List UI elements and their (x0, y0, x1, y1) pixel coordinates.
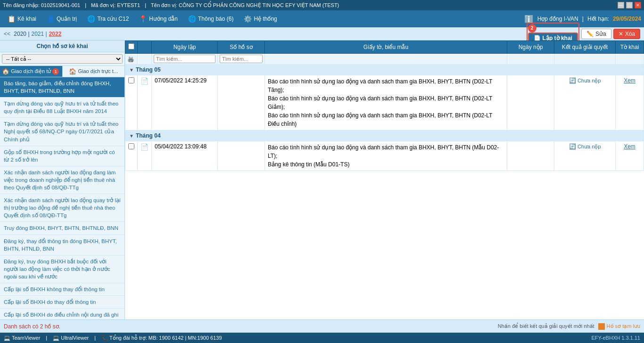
month-triangle: ▼ (129, 133, 134, 139)
table-row: 📄05/04/2022 13:09:48Báo cáo tình hình sử… (125, 141, 644, 171)
sidebar-item-0[interactable]: Báo tăng, báo giảm, điều chỉnh đóng BHXH… (0, 77, 124, 98)
footer-left: 💻 TeamViewer | 💻 UltralViewer | 📞 Tổng đ… (4, 335, 222, 341)
expiry-date: 29/05/2024 (613, 16, 641, 22)
sua-label: Sửa (595, 31, 606, 37)
badge-2: 2 (528, 24, 537, 33)
sidebar-title: Chọn hồ sơ kê khai (0, 41, 124, 52)
tra-cuu-icon: 🌐 (87, 15, 95, 23)
row-checkbox[interactable] (128, 77, 134, 83)
nav-thong-bao-label: Thông báo (6) (198, 16, 233, 22)
nav-item-thong-bao[interactable]: 🌐 Thông báo (6) (183, 13, 238, 24)
sua-button[interactable]: ✏️ Sửa (581, 29, 611, 39)
cell-ngay-nop (507, 141, 554, 171)
footer-right: EFY-eBHXH 1.3.1.11 (591, 335, 640, 341)
sidebar-item-11[interactable]: Cấp lại số BHXH do điều chỉnh nội dung đ… (0, 309, 124, 319)
quan-tri-icon: 👤 (47, 15, 55, 23)
window-controls: — □ ✕ (618, 2, 641, 8)
row-icon: 📄 (140, 143, 149, 151)
version-label: EFY-eBHXH 1.3.1.11 (591, 335, 640, 341)
ultralviewer-label: UltralViewer (61, 335, 89, 341)
search-ngay-lap-input[interactable] (154, 55, 215, 63)
sidebar-item-5[interactable]: Xác nhận danh sách người lao động quay t… (0, 194, 124, 222)
nav-he-thong-label: Hệ thống (254, 16, 277, 22)
col-giay-to-header: Giấy tờ, biểu mẫu (265, 41, 507, 54)
col-so-ho-so-header: Số hồ sơ (218, 41, 265, 54)
tab-giao-dich-dien-tu[interactable]: 🏠 Giao dịch điện tử 1 (0, 66, 63, 77)
ten-don-vi: Tên đơn vị: CÔNG TY CỔ PHẦN CÔNG NGHỆ TI… (151, 2, 339, 8)
nav-item-he-thong[interactable]: ⚙️ Hệ thống (239, 13, 281, 24)
top-bar-info: Tên đăng nhập: 0102519041-001 | Mã đơn v… (3, 2, 339, 8)
sidebar-item-3[interactable]: Gộp số BHXH trong trường hợp một người c… (0, 146, 124, 166)
search-to-khai-cell (616, 54, 644, 65)
row-checkbox[interactable] (128, 143, 134, 149)
tam-luu-indicator: Hồ sơ tạm lưu (598, 323, 640, 330)
hotline-label: Tổng đài hỗ trợ: MB: 1900 6142 (109, 335, 183, 341)
content-area: Ngày lập Số hồ sơ Giấy tờ, biểu mẫu Ngày… (125, 41, 644, 319)
xoa-label: Xóa (625, 31, 635, 37)
sidebar-item-2[interactable]: Tạm dừng đóng vào quỹ hưu trí và tử tuất… (0, 118, 124, 146)
sidebar-item-8[interactable]: Đăng ký, truy đóng BHXH bắt buộc đối với… (0, 255, 124, 283)
nav-item-quan-tri[interactable]: 👤 Quản trị (42, 13, 82, 24)
col-check-header (125, 41, 138, 54)
select-all-checkbox[interactable] (128, 43, 134, 49)
xem-link[interactable]: Xem (624, 143, 636, 150)
nav-item-huong-dan[interactable]: 📍 Hướng dẫn (134, 13, 182, 24)
separator1: | (85, 2, 86, 8)
maximize-button[interactable]: □ (626, 2, 633, 8)
teamviewer-icon: 💻 (4, 335, 10, 341)
badge-1: 1 (52, 68, 59, 75)
nav-huong-dan-label: Hướng dẫn (149, 16, 178, 22)
search-so-ho-so-input[interactable] (220, 55, 263, 63)
tab-dien-tu-label: Giao dịch điện tử (11, 68, 51, 74)
xoa-button[interactable]: ✕ Xóa (613, 29, 640, 39)
sidebar-item-7[interactable]: Đăng ký, thay đổi thông tin đóng BHXH, B… (0, 235, 124, 255)
separator2: | (145, 2, 146, 8)
ultralviewer-icon: 💻 (53, 335, 59, 341)
footer-bar: 💻 TeamViewer | 💻 UltralViewer | 📞 Tổng đ… (0, 333, 644, 343)
nav-item-ke-khai[interactable]: 📋 Kê khai (3, 13, 41, 24)
sidebar-item-9[interactable]: Cấp lại số BHXH không thay đổi thông tin (0, 283, 124, 296)
cell-to-khai: Xem (616, 141, 644, 171)
year-2022-button[interactable]: 2022 (49, 31, 62, 37)
col-ngay-nop-header: Ngày nộp (507, 41, 554, 54)
minimize-button[interactable]: — (618, 2, 624, 8)
search-icon-cell (138, 54, 152, 65)
dien-tu-icon: 🏠 (2, 68, 9, 75)
year-nav: << 2020 | 2021 | 2022 (4, 31, 61, 37)
ultralviewer-link[interactable]: 💻 UltralViewer (53, 335, 89, 341)
year-prev-button[interactable]: << (4, 31, 10, 37)
truc-tiep-icon: 🏠 (69, 68, 76, 75)
nav-ke-khai-label: Kê khai (17, 16, 36, 22)
delete-icon: ✕ (619, 31, 623, 37)
table-wrapper: Ngày lập Số hồ sơ Giấy tờ, biểu mẫu Ngày… (125, 41, 644, 319)
teamviewer-link[interactable]: 💻 TeamViewer (4, 335, 40, 341)
col-ket-qua-header: Kết quả giải quyết (554, 41, 616, 54)
sidebar-tabs: 🏠 Giao dịch điện tử 1 🏠 Giao dịch trực t… (0, 66, 124, 77)
edit-icon: ✏️ (586, 31, 594, 37)
nav-item-tra-cuu[interactable]: 🌐 Tra cứu C12 (83, 13, 133, 24)
refresh-icon[interactable]: 🔄 (569, 143, 576, 150)
close-button[interactable]: ✕ (635, 2, 641, 8)
category-dropdown[interactable]: -- Tất cả -- (2, 54, 123, 64)
search-ngay-lap-cell (152, 54, 218, 65)
sidebar-item-6[interactable]: Truy đóng BHXH, BHYT, BHTN, BHTNLĐ, BNN (0, 222, 124, 235)
teamviewer-label: TeamViewer (12, 335, 40, 341)
hint-text: Nhấn để biết kết quả giải quyết mới nhất (498, 323, 594, 329)
huong-dan-icon: 📍 (139, 15, 147, 23)
sidebar-item-10[interactable]: Cấp lại số BHXH do thay đổi thông tin (0, 296, 124, 309)
table-row: 📄07/05/2022 14:25:29Báo cáo tình hình sử… (125, 75, 644, 131)
nav-quan-tri-label: Quản trị (57, 16, 77, 22)
sidebar-item-4[interactable]: Xác nhận danh sách người lao động đang l… (0, 166, 124, 194)
main-table: Ngày lập Số hồ sơ Giấy tờ, biểu mẫu Ngày… (125, 41, 644, 171)
sidebar: Chọn hồ sơ kê khai -- Tất cả -- 🏠 Giao d… (0, 41, 125, 319)
year-2021-button[interactable]: 2021 | (32, 31, 47, 37)
print-icon: 🖨️ (127, 56, 134, 62)
tab-giao-dich-truc-tiep[interactable]: 🏠 Giao dịch trực t... (63, 66, 125, 77)
sidebar-item-1[interactable]: Tạm dừng đóng vào quỹ hưu trí và tử tuất… (0, 98, 124, 118)
col-ngay-lap-header: Ngày lập (152, 41, 218, 54)
xem-link[interactable]: Xem (624, 77, 636, 84)
login-info: Tên đăng nhập: 0102519041-001 (3, 2, 80, 8)
tam-luu-label: Hồ sơ tạm lưu (607, 323, 640, 329)
expiry-label: Hết hạn: (587, 16, 609, 22)
refresh-icon[interactable]: 🔄 (569, 77, 576, 84)
